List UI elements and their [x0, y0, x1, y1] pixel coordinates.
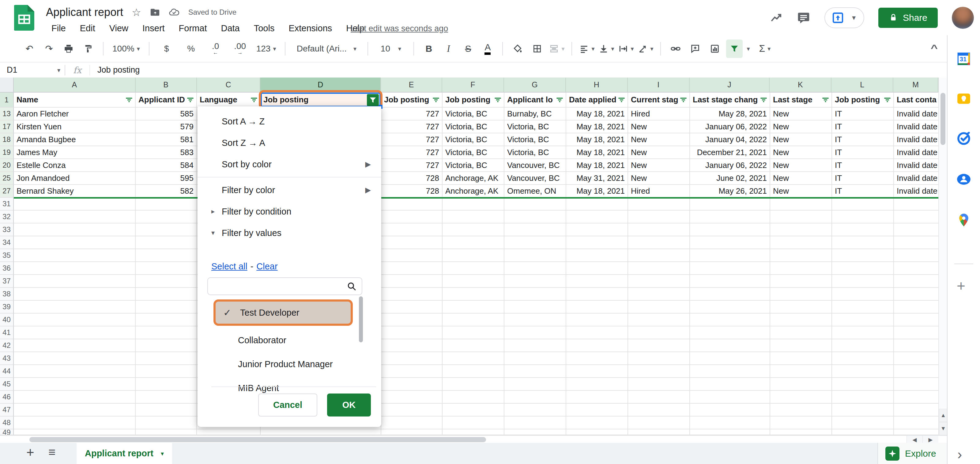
cell-I36[interactable]	[628, 262, 690, 275]
cell-G20[interactable]: Vancouver, BC	[504, 159, 566, 172]
cell-E31[interactable]	[381, 198, 442, 210]
cell-J18[interactable]: January 04, 2022	[690, 133, 770, 146]
cell-M43[interactable]	[894, 352, 939, 365]
cell-K20[interactable]: New	[770, 159, 832, 172]
cell-C49[interactable]	[197, 429, 261, 435]
cell-I39[interactable]	[628, 301, 690, 314]
header-cell-M[interactable]: Last contac	[894, 92, 939, 108]
cell-I35[interactable]	[628, 249, 690, 262]
cell-L35[interactable]	[832, 249, 894, 262]
cell-G41[interactable]	[504, 326, 566, 339]
cell-M27[interactable]: Invalid date	[894, 185, 939, 198]
cell-A40[interactable]	[14, 314, 136, 326]
header-cell-C[interactable]: Language	[197, 92, 261, 108]
row-number-39[interactable]: 39	[0, 301, 14, 314]
cell-I49[interactable]	[628, 429, 690, 435]
cell-E44[interactable]	[381, 365, 442, 378]
formula-input[interactable]: Job posting	[97, 65, 140, 75]
cell-A38[interactable]	[14, 288, 136, 301]
cell-J25[interactable]: June 02, 2021	[690, 172, 770, 185]
menu-tools[interactable]: Tools	[249, 23, 280, 34]
collapse-panel-icon[interactable]: ›	[957, 446, 962, 462]
cell-J38[interactable]	[690, 288, 770, 301]
cell-A47[interactable]	[14, 403, 136, 416]
column-letter-E[interactable]: E	[381, 78, 442, 92]
cell-F47[interactable]	[442, 403, 504, 416]
comments-icon[interactable]	[797, 11, 810, 24]
cell-L43[interactable]	[832, 352, 894, 365]
menu-item-sort-z-a[interactable]: Sort Z → A	[197, 132, 381, 153]
cell-B48[interactable]	[136, 416, 197, 429]
cell-G36[interactable]	[504, 262, 566, 275]
insert-chart-icon[interactable]	[706, 40, 723, 58]
cell-H47[interactable]	[566, 403, 628, 416]
cell-I33[interactable]	[628, 223, 690, 236]
sheet-tab-active[interactable]: Applicant report ▾	[76, 443, 172, 464]
menu-file[interactable]: File	[46, 23, 71, 34]
cell-I41[interactable]	[628, 326, 690, 339]
cell-H25[interactable]: May 31, 2021	[566, 172, 628, 185]
row-number-47[interactable]: 47	[0, 403, 14, 416]
add-sheet-button[interactable]: +	[26, 445, 34, 460]
cell-M32[interactable]	[894, 210, 939, 223]
font-size-select[interactable]: 10▾	[375, 40, 407, 58]
cell-L20[interactable]: IT	[832, 159, 894, 172]
column-letter-D[interactable]: D	[260, 78, 381, 92]
cell-M35[interactable]	[894, 249, 939, 262]
cell-I38[interactable]	[628, 288, 690, 301]
cell-F39[interactable]	[442, 301, 504, 314]
cell-L31[interactable]	[832, 198, 894, 210]
header-cell-B[interactable]: Applicant ID	[136, 92, 197, 108]
cell-G45[interactable]	[504, 378, 566, 391]
row-number-48[interactable]: 48	[0, 416, 14, 429]
cell-J31[interactable]	[690, 198, 770, 210]
funnel-icon[interactable]	[125, 96, 133, 104]
cell-F33[interactable]	[442, 223, 504, 236]
filter-views-caret-icon[interactable]: ▾	[747, 45, 750, 53]
cell-E47[interactable]	[381, 403, 442, 416]
row-number-38[interactable]: 38	[0, 288, 14, 301]
cell-A20[interactable]: Estelle Conza	[14, 159, 136, 172]
cell-I46[interactable]	[628, 391, 690, 403]
horizontal-scrollbar[interactable]: ◀ ▶	[0, 435, 947, 443]
menu-extensions[interactable]: Extensions	[283, 23, 337, 34]
keep-icon[interactable]	[956, 91, 971, 106]
cell-E18[interactable]: 727	[381, 133, 442, 146]
bold-button[interactable]: B	[420, 40, 437, 58]
print-icon[interactable]	[60, 40, 77, 58]
cell-F13[interactable]: Victoria, BC	[442, 108, 504, 120]
cell-E46[interactable]	[381, 391, 442, 403]
cell-H44[interactable]	[566, 365, 628, 378]
cell-J42[interactable]	[690, 339, 770, 352]
filter-value-collaborator[interactable]: Collaborator	[197, 328, 381, 352]
row-number-18[interactable]: 18	[0, 133, 14, 146]
cell-I48[interactable]	[628, 416, 690, 429]
cell-B27[interactable]: 582	[136, 185, 197, 198]
cell-G38[interactable]	[504, 288, 566, 301]
cell-F43[interactable]	[442, 352, 504, 365]
last-edit-link[interactable]: Last edit was seconds ago	[351, 24, 448, 33]
cell-M40[interactable]	[894, 314, 939, 326]
cell-F37[interactable]	[442, 275, 504, 288]
cell-J43[interactable]	[690, 352, 770, 365]
cell-I40[interactable]	[628, 314, 690, 326]
cell-E32[interactable]	[381, 210, 442, 223]
cell-H46[interactable]	[566, 391, 628, 403]
column-letter-F[interactable]: F	[442, 78, 504, 92]
cell-A37[interactable]	[14, 275, 136, 288]
cell-I27[interactable]: Hired	[628, 185, 690, 198]
cell-K48[interactable]	[770, 416, 832, 429]
text-rotation-icon[interactable]: ▾	[637, 40, 654, 58]
funnel-icon[interactable]	[821, 96, 830, 104]
select-all-link[interactable]: Select all	[211, 261, 247, 271]
cell-E35[interactable]	[381, 249, 442, 262]
cell-E42[interactable]	[381, 339, 442, 352]
history-icon[interactable]	[770, 11, 783, 24]
horizontal-scrollbar-thumb[interactable]	[29, 437, 486, 442]
cell-A27[interactable]: Bernard Shakey	[14, 185, 136, 198]
cell-H33[interactable]	[566, 223, 628, 236]
cell-F36[interactable]	[442, 262, 504, 275]
cell-G48[interactable]	[504, 416, 566, 429]
cell-G13[interactable]: Burnaby, BC	[504, 108, 566, 120]
cell-I20[interactable]: New	[628, 159, 690, 172]
